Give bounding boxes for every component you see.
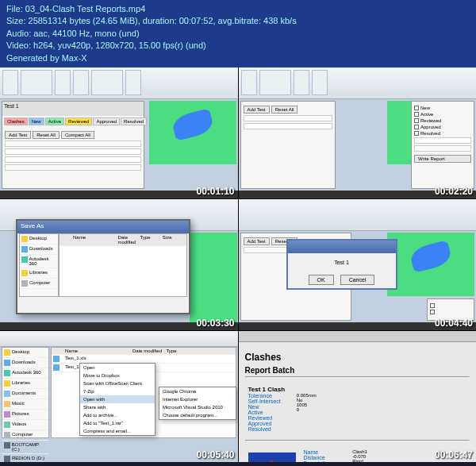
add-test-button[interactable]: Add Test [244, 237, 270, 245]
ribbon-btn[interactable] [2, 70, 18, 95]
menu-archive[interactable]: Add to archive... [80, 411, 155, 419]
sidebar-item[interactable]: Videos [2, 420, 48, 430]
field[interactable] [244, 115, 332, 121]
3d-viewport[interactable] [387, 233, 474, 296]
folder-icon [21, 256, 28, 263]
sidebar-item[interactable]: Downloads [20, 245, 58, 255]
menu-addrar[interactable]: Add to "Test_1.rar" [80, 419, 155, 427]
checkbox[interactable] [430, 310, 435, 314]
menu-open[interactable]: Open [80, 364, 155, 372]
detail-link[interactable]: Name [304, 449, 337, 455]
submenu-default[interactable]: Choose default program... [159, 411, 236, 419]
sidebar-item[interactable]: Documents [2, 389, 48, 399]
checkbox[interactable] [414, 112, 419, 117]
submenu-vs[interactable]: Microsoft Visual Studio 2010 [159, 403, 236, 411]
ribbon-btn[interactable] [21, 70, 52, 95]
menu-scan[interactable]: Scan with OfficeScan Client [80, 379, 155, 387]
summary-link[interactable]: Resolved [248, 426, 281, 432]
col-type[interactable]: Type [140, 235, 163, 245]
tab-new[interactable]: New [29, 117, 44, 125]
summary-link[interactable]: Tolerance [248, 393, 281, 399]
field[interactable] [5, 141, 141, 147]
ribbon-btn[interactable] [73, 70, 89, 95]
file-list: Name Date modified Type Size [59, 233, 187, 297]
sidebar-item[interactable]: Autodesk 360 [20, 255, 58, 268]
field[interactable] [5, 164, 141, 171]
sidebar-item[interactable]: Computer [20, 279, 58, 289]
ribbon-btn[interactable] [312, 70, 328, 95]
tab-approved[interactable]: Approved [93, 117, 120, 125]
reset-all-button[interactable]: Reset All [33, 131, 60, 139]
window-top [0, 331, 238, 347]
field[interactable] [244, 123, 332, 129]
field[interactable] [5, 148, 141, 155]
sidebar-item[interactable]: Pictures [2, 410, 48, 420]
ribbon-btn[interactable] [55, 70, 71, 95]
submenu-ie[interactable]: Internet Explorer [159, 395, 236, 403]
add-test-button[interactable]: Add Test [5, 131, 31, 139]
3d-viewport[interactable] [149, 101, 236, 164]
timestamp: 00:01:10 [196, 186, 234, 197]
col-size[interactable]: Size [163, 235, 185, 245]
write-report-button[interactable]: Write Report [414, 155, 471, 163]
summary-link[interactable]: Self-Intersect [248, 399, 281, 404]
checkbox[interactable] [414, 125, 419, 129]
checkbox[interactable] [414, 131, 419, 136]
checkbox[interactable] [430, 303, 435, 308]
cancel-button[interactable]: Cancel [340, 275, 375, 285]
tab-active[interactable]: Active [45, 117, 64, 125]
add-test-button[interactable]: Add Test [244, 106, 270, 114]
summary-link[interactable]: New [248, 404, 281, 410]
ribbon-btn[interactable] [241, 70, 257, 95]
sidebar-item[interactable]: BOOTCAMP (C:) [2, 441, 48, 454]
sidebar-item[interactable]: Libraries [2, 379, 48, 389]
sidebar-item[interactable]: Libraries [20, 268, 58, 279]
sidebar-item[interactable]: Music [2, 399, 48, 410]
sidebar-item[interactable]: Computer [2, 430, 48, 441]
detail-link[interactable]: Distance [304, 455, 337, 460]
ok-button[interactable]: OK [309, 275, 334, 285]
menu-dropbox[interactable]: Move to Dropbox [80, 372, 155, 379]
ribbon-btn[interactable] [294, 70, 309, 95]
reset-button[interactable]: Reset All [271, 106, 298, 114]
sidebar-item[interactable]: Desktop [20, 234, 58, 245]
menu-compress[interactable]: Compress and email... [80, 427, 155, 435]
timestamp: 00:05:40 [196, 449, 234, 460]
clash-geometry [260, 460, 284, 462]
field[interactable] [5, 156, 141, 163]
menu-openwith[interactable]: Open with [80, 395, 155, 403]
summary-link[interactable]: Active [248, 410, 281, 415]
folder-icon [21, 236, 28, 242]
3d-viewport[interactable] [190, 233, 237, 328]
tab-clashes[interactable]: Clashes [4, 117, 28, 125]
tab-resolved[interactable]: Resolved [121, 117, 147, 125]
report-type-select[interactable] [414, 137, 471, 144]
submenu: Google Chrome Internet Explorer Microsof… [159, 387, 236, 420]
checkbox[interactable] [414, 118, 419, 123]
ribbon-btn[interactable] [259, 70, 291, 95]
compact-all-button[interactable]: Compact All [61, 131, 94, 139]
col-date[interactable]: Date modified [132, 349, 167, 353]
menu-7zip[interactable]: 7-Zip [80, 387, 155, 395]
col-name[interactable]: Name [65, 349, 132, 353]
ribbon-btn[interactable] [125, 70, 141, 95]
tab-reviewed[interactable]: Reviewed [65, 117, 92, 125]
detail-link[interactable]: Description [304, 460, 337, 462]
sidebar-item[interactable]: Autodesk 360 [2, 368, 48, 379]
checkbox[interactable] [414, 106, 419, 110]
summary-link[interactable]: Approved [248, 421, 281, 426]
col-date[interactable]: Date modified [117, 235, 140, 245]
ribbon-btn[interactable] [91, 70, 123, 95]
submenu-chrome[interactable]: Google Chrome [159, 387, 236, 395]
col-name[interactable]: Name [73, 235, 117, 245]
menu-share[interactable]: Share with [80, 403, 155, 411]
summary-link[interactable]: Reviewed [248, 415, 281, 421]
sidebar-item[interactable]: REDION D (D:) [2, 454, 48, 462]
drive-icon [4, 442, 10, 449]
report-format-select[interactable] [414, 145, 471, 152]
media-info-header: File: 03_04-Clash Test Reports.mp4 Size:… [0, 0, 476, 67]
sidebar-item[interactable]: Downloads [2, 358, 48, 368]
sidebar-item[interactable]: Desktop [2, 348, 48, 358]
col-type[interactable]: Type [167, 349, 201, 353]
option: New [414, 106, 471, 110]
